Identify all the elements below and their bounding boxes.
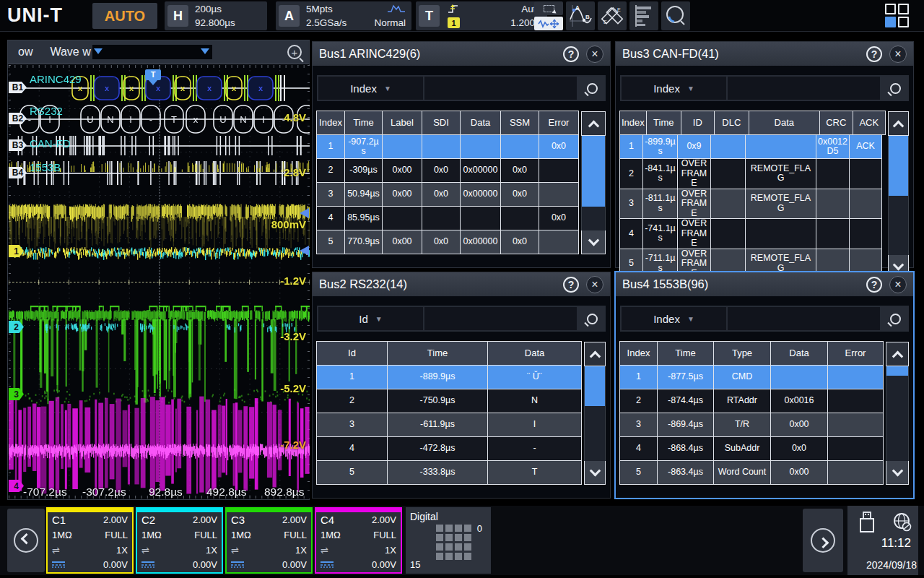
search-icon (587, 83, 598, 94)
column-header: SSM (500, 111, 539, 135)
coupling-icon: ⇌ (321, 545, 328, 556)
table-row[interactable]: 5-863.4µsWord Count0x00 (620, 461, 884, 485)
scrollbar-track[interactable] (886, 366, 909, 461)
table-row[interactable]: 4-741.1µsOVER FRAME (620, 219, 886, 249)
scrollbar-thumb[interactable] (889, 136, 908, 196)
digital-card[interactable]: Digital 0 15 (406, 507, 491, 574)
channel-value: 1X (385, 545, 396, 556)
scroll-up-button[interactable] (888, 111, 909, 136)
bus4-search-button[interactable] (881, 306, 909, 332)
channel-card-c2[interactable]: C22.00V1MΩFULL⇌1X0.00V (136, 507, 223, 574)
layout-cell-active (885, 17, 896, 27)
scrollbar-thumb[interactable] (585, 366, 605, 406)
bus3-filter-dropdown[interactable]: Index▼ (622, 77, 726, 100)
bus3-titlebar[interactable]: Bus3 CAN-FD(41) ? × (616, 42, 913, 66)
table-row[interactable]: 3-811.1µsOVER FRAMEREMOTE_FLAG (620, 189, 886, 220)
table-cell (827, 460, 884, 485)
table-row[interactable]: 2-874.4µsRTAddr0x0016 (620, 389, 884, 413)
channel-value: 0.00V (193, 559, 217, 570)
table-row[interactable]: 2-309µs0x000x00x000000x0 (317, 159, 579, 183)
bus1-search-button[interactable] (578, 75, 606, 101)
bus2-filter-dropdown[interactable]: Id▼ (318, 307, 423, 330)
level-arrow-icon[interactable] (300, 208, 309, 218)
table-row[interactable]: 4-868.4µsSubAddr0x0 (620, 437, 884, 461)
bus1-titlebar[interactable]: Bus1 ARINC429(6) ? × (313, 42, 610, 66)
close-icon[interactable]: × (889, 46, 907, 63)
scrollbar-thumb[interactable] (886, 366, 908, 376)
bus2-search-input[interactable] (424, 307, 577, 330)
channel-card-c1[interactable]: C12.00V1MΩFULL⇌1X0.00V (46, 507, 134, 574)
window-layout-button[interactable] (885, 4, 915, 28)
channel-value: FULL (194, 530, 217, 540)
cursor-ab-tool[interactable]: AB (566, 1, 595, 30)
bus4-search-input[interactable] (728, 307, 880, 330)
channel-card-c3[interactable]: C32.00V1MΩFULL⇌1X0.00V (225, 507, 313, 574)
help-icon[interactable]: ? (866, 277, 882, 293)
channels-scroll-right-button[interactable] (803, 509, 843, 572)
table-row[interactable]: 350.94µs0x000x00x000000x0 (317, 183, 579, 207)
scroll-up-button[interactable] (584, 342, 606, 366)
bus3-search-button[interactable] (881, 75, 909, 101)
level-arrow-icon[interactable] (300, 246, 309, 256)
scrollbar-track[interactable] (888, 136, 909, 255)
scroll-down-button[interactable] (886, 460, 909, 485)
table-row[interactable]: 1-907.2µs0x0 (317, 135, 579, 159)
scrollbar-track[interactable] (581, 136, 606, 230)
table-row[interactable]: 5-333.8µsT (317, 461, 582, 485)
table-row[interactable]: 4-472.8µs- (317, 437, 582, 461)
measure-tool[interactable]: EE (598, 1, 627, 30)
scroll-down-button[interactable] (584, 460, 606, 485)
table-row[interactable]: 2-750.9µsN (317, 389, 582, 413)
scrollbar-track[interactable] (584, 366, 606, 461)
table-row[interactable]: 485.95µs0x0 (317, 207, 579, 230)
bus4-titlebar[interactable]: Bus4 1553B(96) ? × (616, 272, 913, 296)
chevron-up-icon (588, 120, 599, 131)
channels-scroll-left-button[interactable] (7, 509, 45, 572)
waveform-plot[interactable]: B1ARINC429B2RS232B3CAN-FDB41553B12344.8V… (9, 65, 310, 499)
bus1-filter-dropdown[interactable]: Index▼ (318, 77, 423, 100)
scroll-down-button[interactable] (581, 230, 606, 254)
bus1-search-input[interactable] (424, 77, 577, 100)
zoom-in-icon[interactable]: + (287, 45, 302, 59)
chevron-right-icon (811, 528, 835, 553)
bus4-filter-dropdown[interactable]: Index▼ (622, 307, 726, 330)
waveform-move-tool[interactable] (534, 17, 563, 30)
table-row[interactable]: 1-899.9µs0x90x0012D5ACK (620, 135, 886, 159)
select-region-tool[interactable] (534, 1, 563, 15)
close-icon[interactable]: × (586, 46, 603, 63)
run-state-button[interactable]: AUTO (92, 3, 157, 29)
wave-dropdown[interactable] (92, 45, 212, 59)
bus3-search-input[interactable] (728, 77, 880, 100)
table-row[interactable]: 1-877.5µsCMD (620, 366, 884, 389)
scrollbar-thumb[interactable] (582, 136, 605, 207)
close-icon[interactable]: × (586, 276, 603, 293)
bus2-titlebar[interactable]: Bus2 RS232(14) ? × (313, 272, 610, 296)
table-row[interactable]: 3-869.4µsT/R0x00 (620, 413, 884, 437)
table-cell (500, 206, 539, 230)
trigger-position-flag[interactable]: T (145, 69, 161, 80)
table-row[interactable]: 5770.9µs0x000x00x000000x0 (317, 230, 579, 254)
bus-name-label: 1553B (30, 161, 61, 173)
measure-ruler-icon: EE (600, 4, 624, 28)
channel-card-c4[interactable]: C42.00V1MΩFULL⇌1X0.00V (315, 507, 402, 574)
voltage-label: 800mV (271, 218, 306, 230)
search-tool[interactable] (661, 1, 690, 30)
table-header-row: IdTimeData (317, 342, 582, 366)
trigger-settings-button[interactable]: T 1 Auto 1.200V (416, 1, 547, 30)
close-icon[interactable]: × (889, 276, 907, 293)
column-header: Data (770, 341, 828, 366)
help-icon[interactable]: ? (563, 46, 579, 62)
svg-text:A: A (575, 4, 580, 11)
help-icon[interactable]: ? (563, 277, 579, 293)
table-row[interactable]: 1-889.9µs¨ Ǔ¨ (317, 366, 582, 389)
status-card[interactable]: 11:12 2024/09/18 (847, 506, 918, 575)
acquisition-settings-button[interactable]: A 5Mpts 2.5GSa/s Normal (276, 1, 411, 30)
scroll-up-button[interactable] (581, 111, 606, 136)
bus2-search-button[interactable] (578, 306, 606, 332)
table-row[interactable]: 2-841.1µsOVER FRAMEREMOTE_FLAG (620, 159, 886, 189)
help-icon[interactable]: ? (866, 46, 882, 62)
table-row[interactable]: 3-611.9µsI (317, 413, 582, 437)
horizontal-settings-button[interactable]: H 200µs 92.800µs (165, 1, 267, 30)
scroll-up-button[interactable] (886, 342, 909, 366)
histogram-tool[interactable] (629, 1, 658, 30)
